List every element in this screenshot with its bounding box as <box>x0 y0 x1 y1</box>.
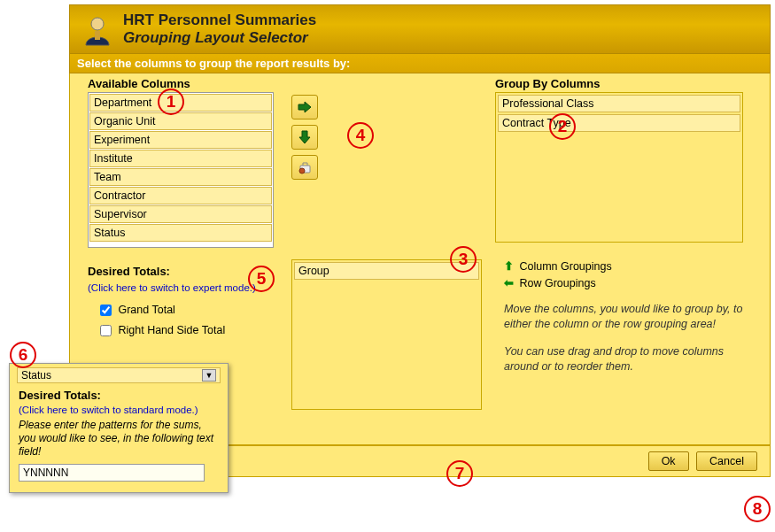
move-down-button[interactable] <box>291 125 318 150</box>
expert-popup-header: Status ▼ <box>17 367 221 383</box>
up-arrow-icon: ⬆ <box>504 259 516 273</box>
callout-5: 5 <box>248 266 275 292</box>
rhs-total-row: Right Hand Side Total <box>97 322 283 339</box>
callout-7: 7 <box>446 460 473 487</box>
hint-text-1: Move the columns, you would like to grou… <box>504 302 743 332</box>
rhs-total-checkbox[interactable] <box>100 325 112 336</box>
svg-rect-1 <box>95 31 100 40</box>
avatar-icon <box>79 11 116 48</box>
column-groupings-label: Column Groupings <box>519 260 611 273</box>
ok-button[interactable]: Ok <box>648 451 689 471</box>
row-grouping-box[interactable]: Group <box>291 259 482 410</box>
list-item[interactable]: Status <box>89 224 272 242</box>
callout-6: 6 <box>10 342 36 368</box>
callout-2: 2 <box>549 113 576 140</box>
list-item[interactable]: Institute <box>89 150 272 167</box>
expert-mode-popup: Status ▼ Desired Totals: (Click here to … <box>9 363 229 493</box>
left-arrow-icon: ⬅ <box>504 276 516 289</box>
column-groupings-legend: ⬆ Column Groupings <box>504 259 743 273</box>
grand-total-row: Grand Total <box>97 302 283 319</box>
available-columns-list[interactable]: Department Organic Unit Experiment Insti… <box>88 92 274 248</box>
pattern-input[interactable] <box>19 464 205 482</box>
standard-mode-link[interactable]: (Click here to switch to standard mode.) <box>19 405 219 415</box>
expert-totals-title: Desired Totals: <box>19 389 219 402</box>
grand-total-checkbox[interactable] <box>100 305 112 316</box>
transfer-button-column <box>291 95 327 185</box>
hint-text-2: You can use drag and drop to move column… <box>504 344 743 374</box>
svg-point-3 <box>299 168 305 173</box>
available-columns-title: Available Columns <box>88 77 274 90</box>
list-item[interactable]: Professional Class <box>498 95 740 112</box>
row-groupings-label: Row Groupings <box>519 277 595 289</box>
expert-popup-status-label: Status <box>21 369 51 382</box>
title-line-1: HRT Personnel Summaries <box>123 12 316 29</box>
groupby-list[interactable]: Professional Class Contract Type <box>495 92 743 243</box>
title-texts: HRT Personnel Summaries Grouping Layout … <box>123 12 316 47</box>
callout-1: 1 <box>158 89 184 115</box>
row-groupings-legend: ⬅ Row Groupings <box>504 276 743 289</box>
reset-button[interactable] <box>291 155 318 180</box>
list-item[interactable]: Organic Unit <box>89 112 272 130</box>
groupby-section: Group By Columns Professional Class Cont… <box>495 77 743 243</box>
callout-3: 3 <box>450 246 477 273</box>
svg-point-0 <box>91 18 104 30</box>
list-item[interactable]: Experiment <box>89 131 272 149</box>
desired-totals-title: Desired Totals: <box>88 265 170 278</box>
grouping-legend: ⬆ Column Groupings ⬅ Row Groupings Move … <box>504 259 743 374</box>
move-right-button[interactable] <box>291 95 318 120</box>
list-item[interactable]: Supervisor <box>89 205 272 223</box>
instruction-bar: Select the columns to group the report r… <box>69 54 771 73</box>
expert-instructions: Please enter the patterns for the sums, … <box>19 419 219 459</box>
grand-total-label: Grand Total <box>118 304 174 316</box>
title-line-2: Grouping Layout Selector <box>123 29 316 47</box>
title-bar: HRT Personnel Summaries Grouping Layout … <box>69 4 771 54</box>
callout-8: 8 <box>744 496 771 522</box>
callout-4: 4 <box>347 122 374 149</box>
list-item[interactable]: Team <box>89 168 272 186</box>
cancel-button[interactable]: Cancel <box>696 451 757 471</box>
rhs-total-label: Right Hand Side Total <box>118 324 225 336</box>
list-item[interactable]: Contractor <box>89 187 272 204</box>
dropdown-icon[interactable]: ▼ <box>202 369 216 382</box>
expert-mode-link[interactable]: (Click here to switch to expert mode.) <box>88 282 256 293</box>
list-item[interactable]: Contract Type <box>498 114 740 132</box>
groupby-title: Group By Columns <box>495 77 743 90</box>
